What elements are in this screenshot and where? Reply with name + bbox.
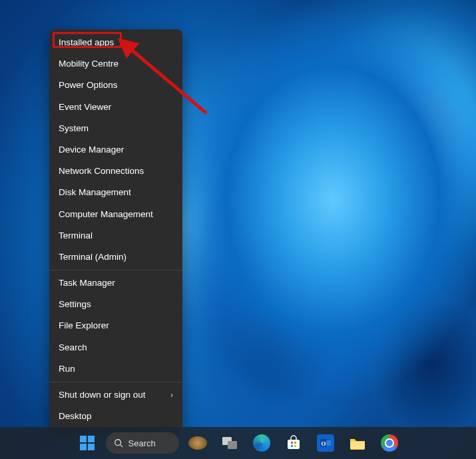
svg-rect-7	[294, 442, 296, 444]
menu-item-desktop[interactable]: Desktop	[49, 406, 182, 427]
winx-context-menu: Installed apps Mobility Centre Power Opt…	[49, 29, 182, 430]
menu-item-terminal[interactable]: Terminal	[49, 225, 182, 246]
task-view-icon	[221, 434, 238, 452]
menu-item-computer-management[interactable]: Computer Management	[49, 204, 182, 225]
menu-item-search[interactable]: Search	[49, 337, 182, 358]
menu-item-system[interactable]: System	[49, 118, 182, 139]
menu-item-device-manager[interactable]: Device Manager	[49, 139, 182, 161]
menu-item-event-viewer[interactable]: Event Viewer	[49, 97, 182, 118]
menu-label: Disk Management	[59, 187, 131, 198]
menu-label: Event Viewer	[59, 102, 111, 113]
taskbar-store-button[interactable]	[280, 430, 307, 456]
menu-item-run[interactable]: Run	[49, 358, 182, 380]
taskbar-widgets-button[interactable]	[184, 430, 211, 456]
menu-item-shutdown[interactable]: Shut down or sign out ›	[49, 384, 182, 406]
menu-label: Terminal (Admin)	[59, 252, 126, 262]
store-icon	[285, 434, 302, 452]
widgets-icon	[188, 436, 207, 450]
taskbar-task-view-button[interactable]	[216, 430, 243, 456]
svg-rect-9	[294, 445, 296, 447]
menu-label: Device Manager	[59, 145, 124, 155]
menu-item-power-options[interactable]: Power Options	[49, 75, 182, 96]
taskbar-outlook-button[interactable]: O	[312, 430, 339, 456]
svg-point-1	[115, 440, 120, 446]
search-placeholder: Search	[128, 438, 156, 448]
menu-label: Desktop	[59, 411, 92, 422]
taskbar-file-explorer-button[interactable]	[344, 430, 371, 456]
menu-label: System	[59, 123, 89, 134]
menu-label: Task Manager	[59, 278, 115, 288]
start-button[interactable]	[74, 430, 101, 456]
menu-item-settings[interactable]: Settings	[49, 294, 182, 315]
svg-rect-6	[291, 442, 293, 444]
chevron-right-icon: ›	[170, 390, 173, 400]
menu-separator	[49, 382, 182, 382]
menu-label: Power Options	[59, 80, 118, 91]
menu-label: Run	[59, 364, 75, 374]
svg-text:O: O	[321, 440, 326, 447]
menu-item-mobility-centre[interactable]: Mobility Centre	[49, 53, 182, 75]
search-icon	[114, 438, 123, 448]
taskbar-edge-button[interactable]	[248, 430, 275, 456]
svg-line-2	[120, 445, 122, 448]
menu-item-terminal-admin[interactable]: Terminal (Admin)	[49, 246, 182, 268]
menu-label: Installed apps	[59, 37, 114, 48]
edge-icon	[253, 434, 270, 452]
menu-label: Computer Management	[59, 209, 153, 220]
svg-rect-12	[326, 440, 331, 446]
menu-label: Network Connections	[59, 166, 144, 177]
menu-item-task-manager[interactable]: Task Manager	[49, 272, 182, 294]
folder-icon	[349, 434, 366, 452]
svg-rect-8	[291, 445, 293, 447]
menu-item-disk-management[interactable]: Disk Management	[49, 182, 182, 203]
menu-label: Settings	[59, 299, 91, 310]
menu-label: Search	[59, 342, 87, 353]
chrome-icon	[381, 434, 398, 452]
menu-item-installed-apps[interactable]: Installed apps	[49, 32, 182, 53]
menu-label: Terminal	[59, 230, 93, 241]
menu-label: File Explorer	[59, 320, 109, 331]
windows-logo-icon	[80, 436, 95, 450]
taskbar-search[interactable]: Search	[106, 432, 179, 454]
taskbar: Search	[0, 427, 476, 459]
svg-rect-5	[288, 440, 300, 449]
menu-item-file-explorer[interactable]: File Explorer	[49, 315, 182, 336]
menu-label: Shut down or sign out	[59, 390, 146, 400]
outlook-icon: O	[317, 434, 334, 452]
menu-separator	[49, 270, 182, 270]
svg-rect-13	[350, 442, 365, 449]
menu-item-network-connections[interactable]: Network Connections	[49, 161, 182, 182]
menu-label: Mobility Centre	[59, 59, 119, 69]
taskbar-chrome-button[interactable]	[376, 430, 403, 456]
svg-rect-4	[228, 441, 237, 449]
